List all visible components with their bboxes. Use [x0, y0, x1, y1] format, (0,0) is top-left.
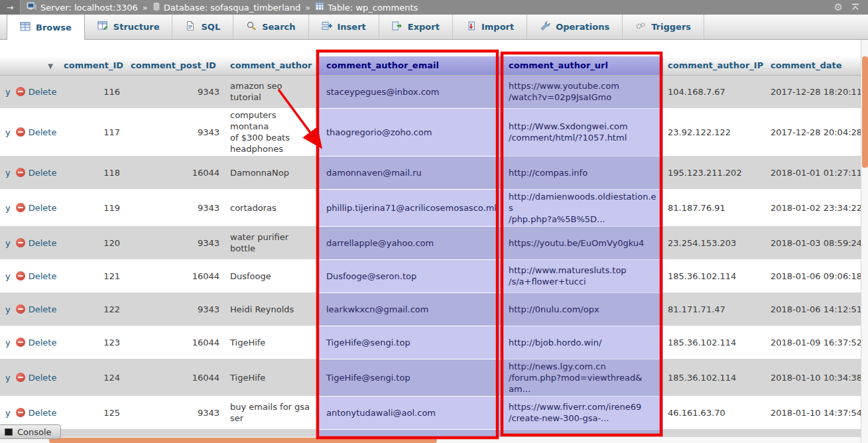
- cell-comment-author-url[interactable]: http://bjob.hordo.win/: [501, 326, 663, 359]
- copy-link-partial[interactable]: y: [5, 87, 11, 97]
- cell-comment-date[interactable]: 2018-01-10 10:34:38: [766, 359, 868, 396]
- tab-operations[interactable]: Operations: [527, 15, 623, 39]
- copy-link-partial[interactable]: y: [5, 304, 11, 314]
- cell-comment-author-email[interactable]: antonytudawali@aol.com: [318, 396, 501, 429]
- tab-search[interactable]: Search: [233, 15, 308, 39]
- cell-comment-post-id[interactable]: 16044: [126, 156, 225, 189]
- col-header-comment-author-ip[interactable]: comment_author_IP: [663, 56, 766, 75]
- cell-comment-author[interactable]: buy emails for gsa ser: [225, 396, 318, 429]
- delete-link[interactable]: Delete: [29, 168, 57, 178]
- cell-comment-author-ip[interactable]: 185.36.102.114: [663, 259, 766, 292]
- cell-comment-id[interactable]: 116: [59, 75, 126, 108]
- copy-link-partial[interactable]: y: [5, 127, 11, 137]
- cell-comment-author-ip[interactable]: 23.92.122.122: [663, 108, 766, 156]
- copy-link-partial[interactable]: y: [5, 338, 11, 348]
- tab-insert[interactable]: Insert: [309, 15, 379, 39]
- tab-export[interactable]: Export: [379, 15, 453, 39]
- cell-comment-post-id[interactable]: 9343: [126, 396, 225, 429]
- col-header-comment-id[interactable]: comment_ID: [59, 56, 126, 75]
- delete-link[interactable]: Delete: [29, 304, 57, 314]
- cell-comment-id[interactable]: 117: [59, 108, 126, 156]
- cell-comment-author-ip[interactable]: 81.187.76.91: [663, 189, 766, 226]
- cell-comment-post-id[interactable]: 9343: [126, 75, 225, 108]
- cell-comment-author-url[interactable]: http://news.lgy.com.cn /forum.php?mod=vi…: [501, 359, 663, 396]
- copy-link-partial[interactable]: y: [5, 373, 11, 383]
- tab-structure[interactable]: Structure: [85, 15, 173, 39]
- breadcrumb-table[interactable]: Table: wp_comments: [315, 2, 418, 13]
- delete-link[interactable]: Delete: [29, 408, 57, 418]
- delete-icon[interactable]: [16, 304, 25, 314]
- cell-comment-author-ip[interactable]: 46.161.63.70: [663, 396, 766, 429]
- cell-comment-author-email[interactable]: learkwkxcn@gmail.com: [318, 292, 501, 326]
- cell-comment-date[interactable]: 2018-01-01 01:27:11: [766, 156, 868, 189]
- cell-comment-author[interactable]: TigeHife: [225, 359, 318, 396]
- console-button[interactable]: Console: [0, 424, 61, 439]
- cell-comment-id[interactable]: 120: [59, 226, 126, 259]
- cell-comment-post-id[interactable]: 16044: [126, 359, 225, 396]
- cell-comment-author[interactable]: amazon seo tutorial: [225, 75, 318, 108]
- delete-link[interactable]: Delete: [29, 373, 57, 383]
- cell-comment-date[interactable]: 2018-01-03 08:59:24: [766, 226, 868, 259]
- cell-comment-author-url[interactable]: https://youtu.be/EuOmVy0gku4: [501, 226, 663, 259]
- cell-comment-author[interactable]: computers montana of $300 beats headphon…: [225, 108, 318, 156]
- cell-comment-id[interactable]: 119: [59, 189, 126, 226]
- copy-link-partial[interactable]: y: [5, 271, 11, 281]
- cell-comment-post-id[interactable]: 16044: [126, 259, 225, 292]
- cell-comment-id[interactable]: 125: [59, 396, 126, 429]
- collapse-panel-icon[interactable]: [851, 3, 860, 13]
- tab-triggers[interactable]: Triggers: [623, 15, 704, 39]
- cell-comment-author-url[interactable]: http://compas.info: [501, 156, 663, 189]
- copy-link-partial[interactable]: y: [5, 238, 11, 248]
- cell-comment-author-email[interactable]: damonnaven@mail.ru: [318, 156, 501, 189]
- delete-link[interactable]: Delete: [29, 338, 57, 348]
- cell-comment-date[interactable]: 2018-01-06 09:06:18: [766, 259, 868, 292]
- delete-icon[interactable]: [16, 168, 25, 177]
- delete-link[interactable]: Delete: [29, 238, 57, 248]
- cell-comment-id[interactable]: 124: [59, 359, 126, 396]
- delete-icon[interactable]: [16, 338, 25, 347]
- cell-comment-author-email[interactable]: thaogregorio@zoho.com: [318, 108, 501, 156]
- cell-comment-author-ip[interactable]: 195.123.211.202: [663, 156, 766, 189]
- tab-browse[interactable]: Browse: [7, 15, 85, 40]
- delete-link[interactable]: Delete: [29, 203, 57, 213]
- options-dropdown-icon[interactable]: ▼: [48, 62, 53, 70]
- copy-link-partial[interactable]: y: [5, 168, 11, 178]
- cell-comment-author-url[interactable]: http://0nulu.com/opx: [501, 292, 663, 326]
- cell-comment-date[interactable]: 2018-01-09 16:37:52: [766, 326, 868, 359]
- cell-comment-date[interactable]: 2017-12-28 18:20:11: [766, 75, 868, 108]
- cell-comment-post-id[interactable]: 9343: [126, 108, 225, 156]
- col-header-comment-author-url[interactable]: comment_author_url: [501, 56, 663, 75]
- nav-forward-button[interactable]: →: [0, 0, 21, 15]
- cell-comment-id[interactable]: 122: [59, 292, 126, 326]
- cell-comment-date[interactable]: 2018-01-10 14:37:54: [766, 396, 868, 429]
- breadcrumb-database[interactable]: Database: sofasqua_timberland: [153, 2, 301, 13]
- horizontal-scrollbar-thumb[interactable]: [49, 438, 437, 443]
- tab-import[interactable]: Import: [453, 15, 527, 39]
- delete-link[interactable]: Delete: [29, 271, 57, 281]
- cell-comment-id[interactable]: 123: [59, 326, 126, 359]
- tab-sql[interactable]: SQL: [172, 15, 233, 39]
- cell-comment-author[interactable]: Heidi Reynolds: [225, 292, 318, 326]
- delete-link[interactable]: Delete: [29, 87, 57, 97]
- cell-comment-author[interactable]: TigeHife: [225, 326, 318, 359]
- cell-comment-post-id[interactable]: 9343: [126, 226, 225, 259]
- vertical-scrollbar-thumb[interactable]: [862, 56, 868, 168]
- col-header-comment-author-email[interactable]: comment_author_email: [318, 56, 501, 75]
- breadcrumb-server[interactable]: Server: localhost:3306: [27, 2, 138, 13]
- col-header-comment-post-id[interactable]: comment_post_ID: [126, 56, 225, 75]
- cell-comment-author-url[interactable]: http://damienwoods.oldiestation.es /php.…: [501, 189, 663, 226]
- delete-icon[interactable]: [16, 373, 25, 382]
- cell-comment-author-email[interactable]: TigeHife@sengi.top: [318, 326, 501, 359]
- cell-comment-post-id[interactable]: 9343: [126, 292, 225, 326]
- cell-comment-date[interactable]: 2018-01-02 23:34:22: [766, 189, 868, 226]
- cell-comment-author-ip[interactable]: 23.254.153.203: [663, 226, 766, 259]
- delete-icon[interactable]: [16, 87, 25, 96]
- cell-comment-author[interactable]: cortadoras: [225, 189, 318, 226]
- cell-comment-author-email[interactable]: TigeHife@sengi.top: [318, 359, 501, 396]
- cell-comment-post-id[interactable]: 16044: [126, 326, 225, 359]
- cell-comment-author-email[interactable]: phillip.tijerina71@acrilicosemosasco.ml: [318, 189, 501, 226]
- cell-comment-author-email[interactable]: darrellapple@yahoo.com: [318, 226, 501, 259]
- cell-comment-post-id[interactable]: 9343: [126, 189, 225, 226]
- copy-link-partial[interactable]: y: [5, 408, 11, 418]
- cell-comment-author[interactable]: Dusfooge: [225, 259, 318, 292]
